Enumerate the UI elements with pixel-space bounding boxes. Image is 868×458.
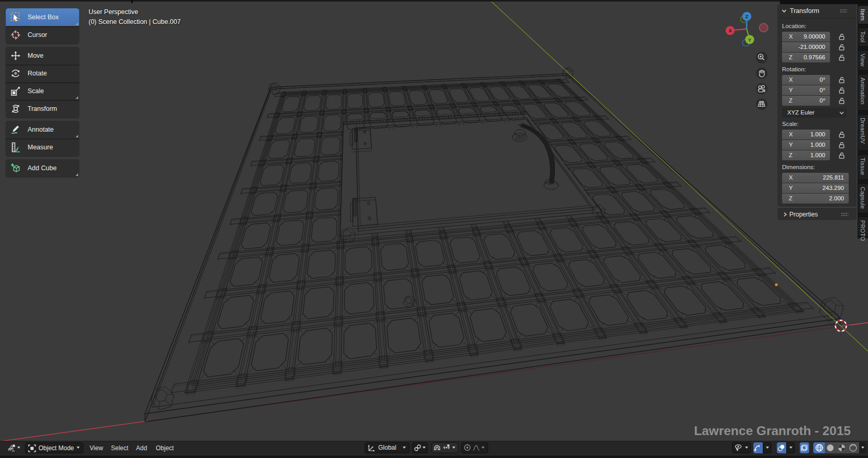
svg-text:X: X [728, 28, 732, 33]
svg-text:Z: Z [745, 14, 748, 19]
svg-text:Y: Y [748, 37, 752, 43]
